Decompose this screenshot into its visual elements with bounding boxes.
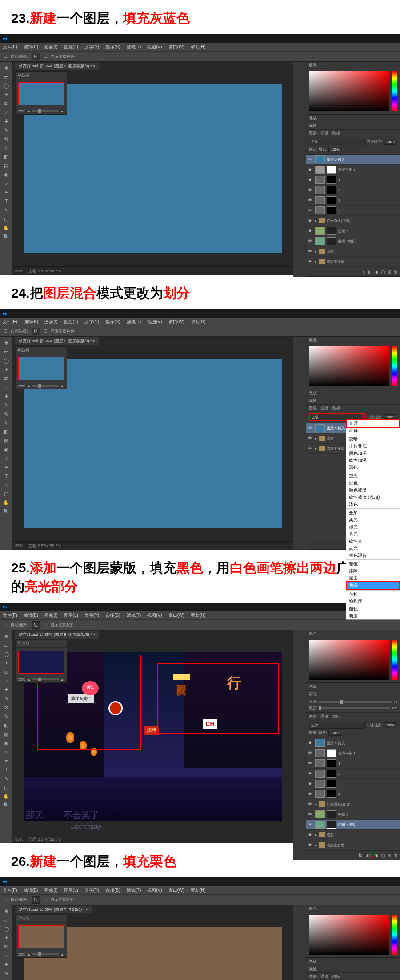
hand-tool-icon[interactable]: ✋: [0, 223, 12, 232]
blend-item-divide-selected[interactable]: 划分: [346, 581, 400, 590]
dodge-tool-icon[interactable]: ○: [0, 179, 12, 188]
ps-toolbar[interactable]: ✥ ▭ ◯ ✦ ⧉ ⟋ ✚ ✎ ⚒ ↻ ◧ ▤ ◉ ○ ✒ T ↖ ▢ ✋ 🔍: [0, 62, 12, 275]
layer-row[interactable]: 👁 色彩平衡 1: [306, 165, 400, 175]
menu-view[interactable]: 视图(V): [147, 44, 162, 50]
channels-tab[interactable]: 通道: [320, 131, 328, 136]
properties-panel[interactable]: 属性: [306, 122, 400, 130]
wand-tool-icon[interactable]: ✦: [0, 90, 12, 99]
watermark-left: 那天: [26, 809, 44, 821]
menu-layer[interactable]: 图层(L): [64, 44, 78, 50]
layer-row[interactable]: 👁 2: [306, 185, 400, 195]
lasso-tool-icon[interactable]: ◯: [0, 81, 12, 90]
layer-row[interactable]: 👁 4: [306, 206, 400, 216]
ps-menubar[interactable]: 文件(F) 编辑(E) 图像(I) 图层(L) 文字(Y) 选择(S) 滤镜(T…: [0, 43, 400, 51]
color-spectrum[interactable]: [309, 71, 389, 111]
ps-workspace: ✥ ▭ ◯ ✦ ⧉ ⟋ ✚ ✎ ⚒ ↻ ◧ ▤ ◉ ○ ✒ T ↖ ▢ ✋ 🔍: [0, 62, 400, 275]
mask-icon-highlighted[interactable]: ◐: [365, 853, 372, 858]
ps-toolbar[interactable]: ✥▭ ◯✦ ⧉⟋ ✚✎ ⚒↻ ◧▤ ◉○ ✒T ↖▢ ✋🔍: [0, 630, 12, 843]
document-tab[interactable]: 梦霓灯.psd @ 55% (图层 5, 图层蒙版/8) * ×: [15, 631, 99, 639]
opt-show-transform-cb[interactable]: ☐: [44, 54, 47, 59]
watermark-sub: Lacchengsky: [70, 824, 101, 830]
adjustment-icon[interactable]: ◑: [374, 270, 378, 274]
trash-icon[interactable]: 🗑: [394, 270, 398, 274]
layer-row[interactable]: 👁 图层 4拷贝: [306, 236, 400, 246]
eraser-tool-icon[interactable]: ◧: [0, 152, 12, 161]
swatches-panel[interactable]: 色板: [306, 115, 400, 122]
blur-tool-icon[interactable]: ◉: [0, 170, 12, 179]
menu-image[interactable]: 图像(I): [44, 44, 57, 50]
layers-controls: 正常 不透明度: 100% 锁定: 填充: 100%: [306, 137, 400, 155]
eyedropper-tool-icon[interactable]: ⟋: [0, 108, 12, 117]
panel-dock-strip[interactable]: [293, 62, 306, 277]
navigator-panel[interactable]: 导航器 55%▲▲: [15, 915, 67, 958]
navigator-panel[interactable]: 导航器 55%▲▲: [15, 346, 67, 389]
layers-tab[interactable]: 图层: [309, 131, 317, 136]
layer-thumb: [315, 155, 325, 163]
step-26: 26.新建一个图层，填充栗色 Ps 文件(F)编辑(E) 图像(I)图层(L) …: [0, 843, 400, 980]
layer-row[interactable]: 👁 3: [306, 195, 400, 206]
menu-edit[interactable]: 编辑(E): [24, 44, 38, 50]
pen-tool-icon[interactable]: ✒: [0, 188, 12, 197]
opt-group-select[interactable]: 组: [32, 53, 40, 60]
heal-tool-icon[interactable]: ✚: [0, 117, 12, 126]
color-picker[interactable]: [306, 69, 400, 114]
navigator-preview[interactable]: [18, 82, 64, 105]
navigator-panel[interactable]: 导航器 55% ▲ ▲: [15, 71, 67, 115]
stamp-tool-icon[interactable]: ⚒: [0, 135, 12, 143]
layer-list[interactable]: 👁 图层 5 拷贝 👁 色彩平衡 1: [306, 155, 400, 267]
layer-row[interactable]: 👁 1: [306, 175, 400, 185]
gradient-tool-icon[interactable]: ▤: [0, 161, 12, 170]
visibility-icon[interactable]: 👁: [308, 157, 313, 162]
path-tool-icon[interactable]: ↖: [0, 206, 12, 214]
brush-properties-panel: 画笔 大小: 75 硬度: 0%: [306, 690, 400, 713]
step-25: 25.添加一个图层蒙版，填充黑色，用白色画笔擦出两边广告牌的亮光部分 Ps 文件…: [0, 550, 400, 843]
marquee-tool-icon[interactable]: ▭: [0, 72, 12, 81]
hue-bar[interactable]: [392, 71, 397, 111]
menu-help[interactable]: 帮助(H): [191, 44, 206, 50]
layer-group[interactable]: 👁 ▸ 暗灰变多层: [306, 257, 400, 267]
navigator-zoom-slider[interactable]: 55% ▲ ▲: [16, 108, 67, 114]
ps-window-25: Ps 文件(F)编辑(E) 图像(I)图层(L) 文字(Y)选择(S) 滤镜(T…: [0, 603, 400, 843]
ps-titlebar: Ps: [0, 34, 400, 43]
document-tab[interactable]: 梦霓灯.psd @ 55% (图层 7, RGB/8) * ×: [15, 906, 92, 913]
paths-tab[interactable]: 路径: [332, 131, 340, 136]
menu-type[interactable]: 文字(Y): [84, 44, 99, 50]
document-tab[interactable]: 梦霓灯.psd @ 55% (图层 5, 图层蒙版/8) * ×: [15, 337, 99, 345]
brush-tool-icon[interactable]: ✎: [0, 126, 12, 135]
move-tool-icon[interactable]: ✥: [0, 63, 12, 72]
fill-value[interactable]: 100%: [328, 147, 342, 152]
fx-icon[interactable]: fx: [361, 270, 365, 274]
lock-label: 锁定:: [309, 147, 317, 152]
history-brush-icon[interactable]: ↻: [0, 143, 12, 152]
type-tool-icon[interactable]: T: [0, 197, 12, 206]
layer-group[interactable]: 👁 ▸ 灯光面板(变暗): [306, 216, 400, 226]
layer-group[interactable]: 👁 ▸ 暗灰: [306, 246, 400, 257]
blend-mode-dropdown[interactable]: 正常 溶解 变暗 正片叠底 颜色加深 线性加深 深色 变亮: [346, 419, 400, 620]
new-layer-icon[interactable]: ⊞: [388, 270, 391, 274]
layer-row[interactable]: 👁 图层 5: [306, 226, 400, 236]
crop-tool-icon[interactable]: ⧉: [0, 99, 12, 108]
ps-menubar[interactable]: 文件(F)编辑(E) 图像(I)图层(L) 文字(Y)选择(S) 滤镜(T)视图…: [0, 611, 400, 619]
menu-select[interactable]: 选择(S): [105, 44, 120, 50]
blend-mode-select[interactable]: 正常: [309, 139, 365, 145]
navigator-panel[interactable]: 导航器 55%▲▲: [15, 640, 67, 683]
opt-auto-select-cb[interactable]: ☐: [4, 54, 7, 59]
ps-toolbar[interactable]: ✥ ▭◯ ✦⧉ ⟋✚ ✎⚒ ↻◧ ▤◉ ○✒ T↖ ▢✋ 🔍: [0, 337, 12, 550]
menu-window[interactable]: 窗口(W): [168, 44, 184, 50]
sign-zhaopai: 招牌: [144, 726, 159, 735]
folder-icon: [319, 249, 325, 254]
opacity-value[interactable]: 100%: [384, 139, 397, 145]
layer-row-selected[interactable]: 👁 图层 5 拷贝: [306, 155, 400, 165]
move-tool-icon[interactable]: ✥: [0, 338, 12, 347]
ps-menubar[interactable]: 文件(F) 编辑(E) 图像(I) 图层(L) 文字(Y) 选择(S) 滤镜(T…: [0, 318, 400, 326]
group-icon[interactable]: ▢: [381, 270, 385, 274]
document-tab[interactable]: 梦霓灯.psd @ 55% (图层 5, 图层蒙版/8) * ×: [15, 63, 99, 70]
shape-tool-icon[interactable]: ▢: [0, 214, 12, 223]
zoom-tool-icon[interactable]: 🔍: [0, 232, 12, 241]
layers-panel: 图层 通道 路径 正常 不透明度: 100%: [306, 130, 400, 277]
menu-file[interactable]: 文件(F): [3, 44, 17, 50]
menu-filter[interactable]: 滤镜(T): [127, 44, 141, 50]
color-tab[interactable]: 颜色: [309, 63, 317, 68]
mask-icon[interactable]: ◐: [368, 270, 372, 274]
blend-item-normal[interactable]: 正常: [346, 419, 400, 428]
